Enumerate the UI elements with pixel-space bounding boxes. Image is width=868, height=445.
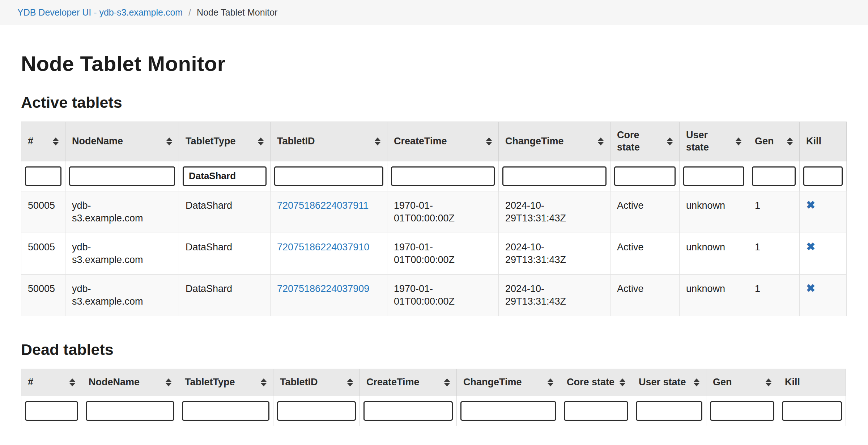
tablet-id-link[interactable]: 72075186224037911	[277, 200, 369, 211]
column-header-changetime[interactable]: ChangeTime	[499, 122, 610, 161]
cell-tablettype: DataShard	[179, 233, 271, 274]
page-title: Node Tablet Monitor	[21, 51, 847, 76]
cell-num: 50005	[21, 233, 65, 274]
column-header-nodename[interactable]: NodeName	[82, 369, 178, 396]
dead-header-row: # NodeName TabletType TabletID CreateTim…	[21, 369, 846, 396]
filter-input-tabletid[interactable]	[277, 401, 356, 421]
filter-input-tabletid[interactable]	[274, 166, 383, 186]
filter-input-tablettype[interactable]	[182, 401, 269, 421]
column-label: CreateTime	[366, 376, 420, 389]
cell-userstate: unknown	[680, 233, 748, 274]
breadcrumb-separator: /	[188, 7, 191, 18]
kill-button[interactable]: ✖	[806, 200, 815, 211]
sort-icon	[620, 378, 625, 386]
filter-input-kill[interactable]	[803, 166, 843, 186]
filter-input-userstate[interactable]	[683, 166, 744, 186]
sort-icon	[166, 378, 171, 386]
column-header-userstate[interactable]: User state	[632, 369, 706, 396]
column-label: Kill	[785, 376, 800, 389]
kill-button[interactable]: ✖	[806, 283, 815, 294]
cell-num: 50005	[21, 191, 65, 233]
column-header-tabletid[interactable]: TabletID	[271, 122, 387, 161]
column-label: TabletType	[186, 135, 236, 148]
cell-corestate: Active	[610, 233, 680, 274]
column-header-tabletid[interactable]: TabletID	[273, 369, 360, 396]
filter-input-changetime[interactable]	[460, 401, 556, 421]
column-label: #	[28, 135, 33, 148]
dead-tablets-table: # NodeName TabletType TabletID CreateTim…	[21, 369, 846, 426]
filter-input-num[interactable]	[25, 401, 78, 421]
sort-icon	[53, 137, 59, 145]
column-header-changetime[interactable]: ChangeTime	[457, 369, 560, 396]
table-row: 50005 ydb-s3.example.com DataShard 72075…	[21, 274, 847, 316]
sort-icon	[347, 378, 353, 386]
cell-corestate: Active	[610, 274, 680, 316]
cell-num: 50005	[21, 274, 65, 316]
column-label: Kill	[806, 135, 821, 148]
column-header-tablettype[interactable]: TabletType	[178, 369, 273, 396]
column-label: Gen	[713, 376, 732, 389]
column-header-createtime[interactable]: CreateTime	[387, 122, 499, 161]
column-header-userstate[interactable]: User state	[680, 122, 748, 161]
cell-changetime: 2024-10-29T13:31:43Z	[499, 233, 610, 274]
column-header-tablettype[interactable]: TabletType	[179, 122, 271, 161]
kill-button[interactable]: ✖	[806, 241, 815, 252]
sort-icon	[486, 137, 492, 145]
cell-nodename: ydb-s3.example.com	[65, 274, 179, 316]
column-label: User state	[686, 129, 732, 154]
sort-icon	[375, 137, 380, 145]
sort-icon	[69, 378, 75, 386]
filter-input-userstate[interactable]	[636, 401, 702, 421]
column-header-nodename[interactable]: NodeName	[65, 122, 179, 161]
column-header-kill: Kill	[778, 369, 846, 396]
column-label: NodeName	[89, 376, 140, 389]
column-header-gen[interactable]: Gen	[706, 369, 778, 396]
filter-input-kill[interactable]	[782, 401, 842, 421]
filter-input-nodename[interactable]	[69, 166, 175, 186]
cell-changetime: 2024-10-29T13:31:43Z	[499, 274, 610, 316]
cell-kill: ✖	[800, 274, 847, 316]
active-tablets-heading: Active tablets	[21, 94, 847, 111]
column-label: TabletType	[185, 376, 235, 389]
tablet-id-link[interactable]: 72075186224037909	[277, 283, 369, 294]
filter-input-createtime[interactable]	[363, 401, 453, 421]
cell-kill: ✖	[800, 233, 847, 274]
tablet-id-link[interactable]: 72075186224037910	[277, 242, 369, 253]
column-label: NodeName	[72, 135, 123, 148]
column-header-corestate[interactable]: Core state	[560, 369, 632, 396]
cell-changetime: 2024-10-29T13:31:43Z	[499, 191, 610, 233]
dead-filter-row	[21, 396, 846, 426]
filter-input-gen[interactable]	[752, 166, 796, 186]
cell-tabletid: 72075186224037910	[271, 233, 387, 274]
breadcrumb: YDB Developer UI - ydb-s3.example.com / …	[0, 0, 868, 25]
column-header-createtime[interactable]: CreateTime	[360, 369, 457, 396]
filter-input-corestate[interactable]	[564, 401, 628, 421]
column-header-num[interactable]: #	[21, 122, 65, 161]
cell-tablettype: DataShard	[179, 274, 271, 316]
filter-input-changetime[interactable]	[502, 166, 607, 186]
column-label: Core state	[567, 376, 614, 389]
kill-icon: ✖	[806, 282, 815, 294]
cell-kill: ✖	[800, 191, 847, 233]
column-label: User state	[639, 376, 686, 389]
column-header-gen[interactable]: Gen	[748, 122, 800, 161]
filter-input-gen[interactable]	[710, 401, 774, 421]
filter-input-corestate[interactable]	[614, 166, 676, 186]
sort-icon	[258, 137, 264, 145]
cell-nodename: ydb-s3.example.com	[65, 233, 179, 274]
filter-input-nodename[interactable]	[86, 401, 174, 421]
filter-input-num[interactable]	[25, 166, 61, 186]
active-header-row: # NodeName TabletType TabletID CreateTim…	[21, 122, 847, 161]
kill-icon: ✖	[806, 241, 815, 253]
filter-input-tablettype[interactable]	[183, 166, 267, 186]
breadcrumb-root-link[interactable]: YDB Developer UI - ydb-s3.example.com	[17, 7, 183, 18]
dead-tablets-heading: Dead tablets	[21, 341, 847, 359]
column-header-kill: Kill	[800, 122, 847, 161]
cell-tabletid: 72075186224037909	[271, 274, 387, 316]
cell-gen: 1	[748, 274, 800, 316]
filter-input-createtime[interactable]	[391, 166, 495, 186]
column-header-num[interactable]: #	[21, 369, 82, 396]
column-label: TabletID	[277, 135, 315, 148]
column-header-corestate[interactable]: Core state	[610, 122, 680, 161]
kill-icon: ✖	[806, 199, 815, 211]
